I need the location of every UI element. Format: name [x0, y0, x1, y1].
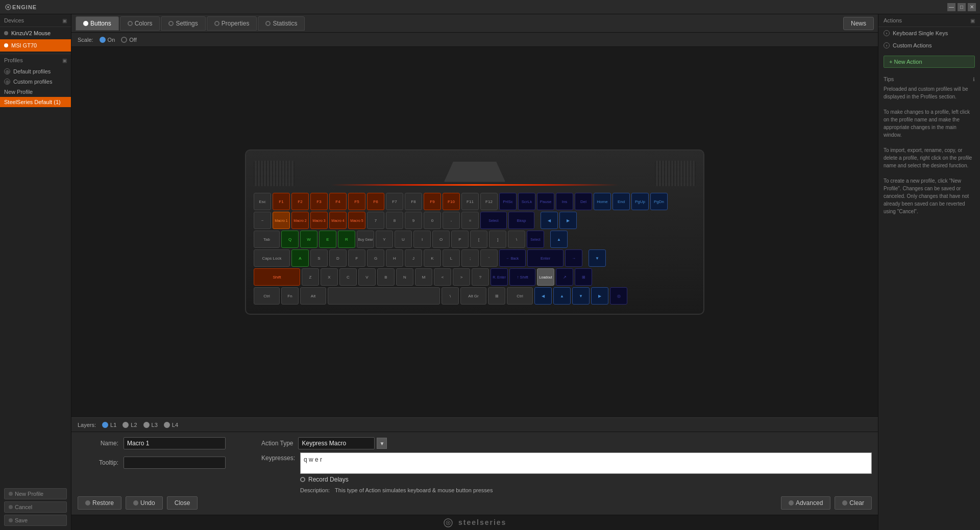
key-f2[interactable]: F2 — [291, 193, 309, 210]
layer-l1[interactable]: L1 — [102, 422, 116, 428]
key-home[interactable]: Home — [594, 193, 611, 210]
key-arrow-right[interactable]: ▶ — [591, 287, 608, 305]
key-e[interactable]: E — [319, 231, 336, 248]
tab-buttons[interactable]: Buttons — [76, 16, 119, 31]
key-buygear[interactable]: Buy Gear — [357, 231, 374, 248]
key-quote[interactable]: ' — [480, 249, 498, 267]
key-enter-special[interactable]: ← Back — [499, 249, 526, 267]
key-macro1[interactable]: Macro 1 — [273, 212, 290, 229]
key-f8[interactable]: F8 — [405, 193, 422, 210]
key-select[interactable]: Select — [480, 212, 507, 229]
key-scrlk[interactable]: ScrLk — [518, 193, 535, 210]
key-pgup[interactable]: PgUp — [631, 193, 649, 210]
layer-l3[interactable]: L3 — [143, 422, 158, 428]
layer-l2[interactable]: L2 — [122, 422, 137, 428]
key-tilde[interactable]: ~ — [254, 212, 271, 229]
new-action-button[interactable]: + New Action — [884, 56, 975, 68]
scale-on-option[interactable]: On — [100, 37, 115, 43]
tab-statistics[interactable]: Statistics — [258, 16, 305, 31]
key-0[interactable]: 0 — [424, 212, 441, 229]
advanced-button[interactable]: Advanced — [781, 496, 830, 510]
close-button[interactable]: Close — [167, 496, 198, 510]
key-center[interactable]: R. Enter — [491, 268, 508, 286]
key-tab[interactable]: Tab — [254, 231, 280, 248]
key-prtsc[interactable]: PrtSc — [499, 193, 517, 210]
key-h[interactable]: H — [386, 249, 403, 267]
key-x[interactable]: X — [321, 268, 338, 286]
key-ins[interactable]: Ins — [556, 193, 573, 210]
tooltip-input[interactable] — [124, 457, 226, 469]
key-select2[interactable]: Select — [527, 231, 544, 248]
key-pgdn[interactable]: PgDn — [650, 193, 668, 210]
key-esc[interactable]: Esc — [254, 193, 271, 210]
key-end[interactable]: End — [612, 193, 630, 210]
key-backslash[interactable]: \ — [508, 231, 525, 248]
cancel-button[interactable]: Cancel — [4, 501, 67, 513]
new-profile-button[interactable]: New Profile — [4, 488, 67, 499]
key-n[interactable]: N — [396, 268, 413, 286]
key-8[interactable]: 8 — [386, 212, 403, 229]
key-f1[interactable]: F1 — [273, 193, 290, 210]
key-nav6[interactable]: ⊞ — [575, 268, 592, 286]
maximize-button[interactable]: □ — [958, 3, 966, 11]
key-nav5[interactable]: ↗ — [556, 268, 573, 286]
key-f9[interactable]: F9 — [424, 193, 441, 210]
key-m[interactable]: M — [415, 268, 432, 286]
key-z[interactable]: Z — [302, 268, 319, 286]
key-macro3[interactable]: Macro 3 — [310, 212, 328, 229]
key-7[interactable]: 7 — [367, 212, 384, 229]
key-win[interactable]: ⊞ — [488, 287, 505, 305]
key-q[interactable]: Q — [281, 231, 299, 248]
key-f4[interactable]: F4 — [329, 193, 347, 210]
key-del[interactable]: Del — [575, 193, 592, 210]
key-macro5[interactable]: Macro 5 — [348, 212, 365, 229]
scale-off-option[interactable]: Off — [121, 37, 136, 43]
key-nav1[interactable]: ◀ — [541, 212, 558, 229]
key-f3[interactable]: F3 — [310, 193, 328, 210]
key-equals[interactable]: = — [461, 212, 479, 229]
clear-button[interactable]: Clear — [835, 496, 872, 510]
key-ralt[interactable]: Alt Gr — [460, 287, 486, 305]
key-b[interactable]: B — [377, 268, 395, 286]
sidebar-item-default-profiles[interactable]: ◎ Default profiles — [0, 66, 71, 77]
key-macro4[interactable]: Macro 4 — [329, 212, 347, 229]
key-v[interactable]: V — [358, 268, 376, 286]
tab-properties[interactable]: Properties — [207, 16, 257, 31]
key-fn[interactable]: Fn — [281, 287, 299, 305]
key-lctrl[interactable]: Ctrl — [254, 287, 280, 305]
name-input[interactable] — [124, 437, 226, 449]
close-button[interactable]: ✕ — [968, 3, 976, 11]
minimize-button[interactable]: — — [947, 3, 955, 11]
key-nav2[interactable]: ▶ — [559, 212, 577, 229]
key-f11[interactable]: F11 — [461, 193, 479, 210]
sidebar-item-new-profile[interactable]: New Profile — [0, 87, 71, 97]
news-button[interactable]: News — [843, 17, 874, 30]
action-keyboard-single-keys[interactable]: › Keyboard Single Keys — [878, 27, 980, 39]
tab-settings[interactable]: Settings — [161, 16, 205, 31]
key-capslock[interactable]: Caps Lock — [254, 249, 290, 267]
select-arrow[interactable]: ▼ — [377, 438, 387, 449]
key-p[interactable]: P — [451, 231, 469, 248]
save-button[interactable]: Save — [4, 515, 67, 526]
key-lbracket[interactable]: [ — [470, 231, 487, 248]
key-a[interactable]: A — [291, 249, 309, 267]
profiles-collapse-icon[interactable]: ▣ — [62, 58, 67, 63]
key-rctrl[interactable]: Ctrl — [507, 287, 533, 305]
devices-collapse-icon[interactable]: ▣ — [62, 18, 67, 23]
key-period[interactable]: > — [453, 268, 470, 286]
key-lshift[interactable]: Shift — [254, 268, 300, 286]
key-lalt[interactable]: Alt — [300, 287, 326, 305]
key-9[interactable]: 9 — [405, 212, 422, 229]
key-y[interactable]: Y — [376, 231, 393, 248]
restore-button[interactable]: Restore — [78, 496, 121, 510]
key-rshift[interactable]: ↑ Shift — [509, 268, 535, 286]
sidebar-item-custom-profiles[interactable]: ◎ Custom profiles — [0, 77, 71, 87]
key-macro2[interactable]: Macro 2 — [291, 212, 309, 229]
record-delays-radio[interactable] — [300, 477, 305, 482]
key-o[interactable]: O — [432, 231, 450, 248]
tab-colors[interactable]: Colors — [120, 16, 160, 31]
actions-collapse-icon[interactable]: ▣ — [970, 18, 975, 23]
key-bksp[interactable]: Bksp — [508, 212, 534, 229]
keypresses-textarea[interactable]: q w e r — [300, 452, 872, 474]
key-k[interactable]: K — [424, 249, 441, 267]
